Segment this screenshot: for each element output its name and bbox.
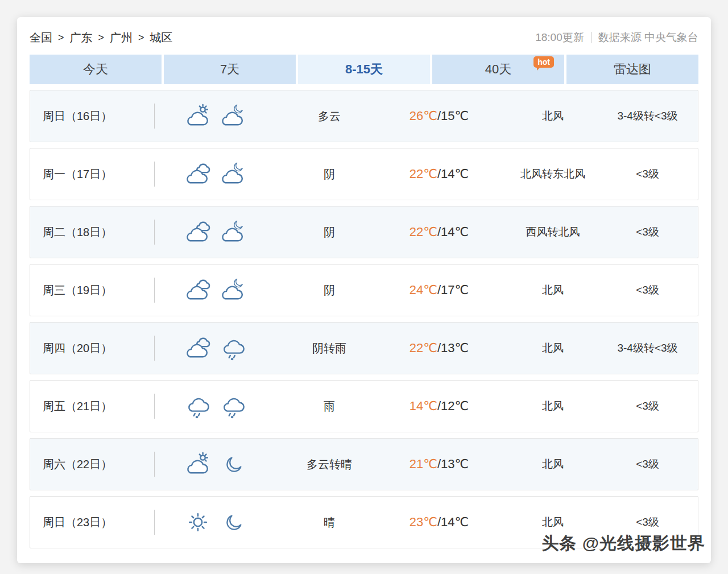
wind-direction: 北风 [496, 457, 610, 472]
hot-badge: hot [533, 56, 554, 68]
breadcrumb-separator: > [138, 32, 144, 44]
header: 全国 > 广东 > 广州 > 城区 18:00更新 数据来源 中央气象台 [30, 28, 698, 47]
wind-direction: 北风转东北风 [496, 167, 610, 181]
breadcrumb-province[interactable]: 广东 [70, 30, 93, 46]
forecast-row: 周日（16日） 多云 26℃/15℃ 北风 3-4级转<3级 [30, 90, 698, 142]
overcast-icon [185, 335, 211, 361]
wind-direction: 北风 [496, 341, 610, 356]
tab-today[interactable]: 今天 [30, 55, 162, 84]
data-source: 数据来源 中央气象台 [598, 30, 698, 45]
weather-card: 全国 > 广东 > 广州 > 城区 18:00更新 数据来源 中央气象台 今天 … [17, 17, 711, 563]
day-label: 周日（23日） [43, 515, 154, 530]
breadcrumb-city[interactable]: 广州 [110, 30, 133, 46]
wind-scale: <3级 [610, 167, 685, 181]
weather-text: 雨 [276, 399, 382, 414]
tab-bar: 今天 7天 8-15天 40天 hot 雷达图 [30, 55, 698, 84]
wind-scale: <3级 [610, 225, 685, 239]
day-label: 周五（21日） [43, 399, 154, 414]
wind-direction: 北风 [496, 399, 610, 414]
wind-scale: <3级 [610, 515, 685, 530]
wind-scale: 3-4级转<3级 [610, 341, 685, 356]
cloud-moon-icon [220, 103, 246, 129]
wind-scale: 3-4级转<3级 [610, 109, 685, 123]
temperature: 23℃/14℃ [382, 515, 496, 530]
forecast-row: 周一（17日） 阴 22℃/14℃ 北风转东北风 <3级 [30, 148, 698, 200]
day-label: 周四（20日） [43, 341, 154, 356]
cloud-moon-icon [220, 161, 246, 187]
tab-8-15day[interactable]: 8-15天 [298, 55, 430, 84]
breadcrumb-separator: > [98, 32, 105, 44]
day-label: 周六（22日） [43, 457, 154, 472]
tab-7day[interactable]: 7天 [164, 55, 296, 84]
wind-direction: 北风 [496, 109, 610, 123]
wind-direction: 西风转北风 [496, 225, 610, 239]
temperature: 22℃/14℃ [382, 225, 496, 239]
temperature: 24℃/17℃ [382, 283, 496, 298]
moon-icon [220, 451, 246, 477]
cloud-moon-icon [220, 219, 246, 245]
weather-text: 阴 [276, 167, 382, 182]
day-label: 周一（17日） [43, 167, 154, 182]
weather-text: 多云转晴 [276, 457, 382, 472]
watermark: 头条 @光线摄影世界 [541, 532, 705, 555]
tab-40day[interactable]: 40天 hot [432, 55, 564, 84]
overcast-icon [185, 219, 211, 245]
wind-scale: <3级 [610, 457, 685, 472]
breadcrumb-separator: > [58, 32, 64, 44]
breadcrumb-district[interactable]: 城区 [150, 30, 173, 46]
forecast-table: 周日（16日） 多云 26℃/15℃ 北风 3-4级转<3级 周一（17日） 阴… [30, 90, 698, 548]
forecast-row: 周二（18日） 阴 22℃/14℃ 西风转北风 <3级 [30, 206, 698, 258]
forecast-row: 周六（22日） 多云转晴 21℃/13℃ 北风 <3级 [30, 438, 698, 490]
update-info: 18:00更新 数据来源 中央气象台 [535, 30, 698, 45]
temperature: 14℃/12℃ [382, 399, 496, 414]
tab-radar[interactable]: 雷达图 [566, 55, 698, 84]
update-time: 18:00更新 [535, 30, 584, 45]
overcast-icon [185, 277, 211, 303]
cloud-sun-icon [185, 451, 211, 477]
overcast-icon [185, 161, 211, 187]
wind-scale: <3级 [610, 399, 685, 414]
wind-direction: 北风 [496, 515, 610, 530]
temperature: 22℃/14℃ [382, 167, 496, 181]
temperature: 22℃/13℃ [382, 341, 496, 356]
moon-icon [220, 509, 246, 535]
weather-text: 阴 [276, 283, 382, 298]
rain-icon [220, 335, 246, 361]
weather-text: 阴转雨 [276, 341, 382, 356]
breadcrumb-country[interactable]: 全国 [30, 30, 52, 46]
forecast-row: 周四（20日） 阴转雨 22℃/13℃ 北风 3-4级转<3级 [30, 322, 698, 374]
weather-text: 晴 [276, 515, 382, 530]
cloud-moon-icon [220, 277, 246, 303]
rain-icon [220, 393, 246, 419]
temperature: 26℃/15℃ [382, 109, 496, 123]
forecast-row: 周五（21日） 雨 14℃/12℃ 北风 <3级 [30, 380, 698, 432]
divider [591, 32, 592, 43]
temperature: 21℃/13℃ [382, 457, 496, 472]
breadcrumb: 全国 > 广东 > 广州 > 城区 [30, 30, 173, 46]
cloud-sun-icon [185, 103, 211, 129]
wind-scale: <3级 [610, 283, 685, 298]
weather-text: 阴 [276, 225, 382, 240]
rain-icon [185, 393, 211, 419]
sun-icon [185, 509, 211, 535]
weather-text: 多云 [276, 109, 382, 124]
forecast-row: 周三（19日） 阴 24℃/17℃ 北风 <3级 [30, 264, 698, 316]
wind-direction: 北风 [496, 283, 610, 298]
day-label: 周三（19日） [43, 283, 154, 298]
day-label: 周二（18日） [43, 225, 154, 240]
day-label: 周日（16日） [43, 109, 154, 124]
